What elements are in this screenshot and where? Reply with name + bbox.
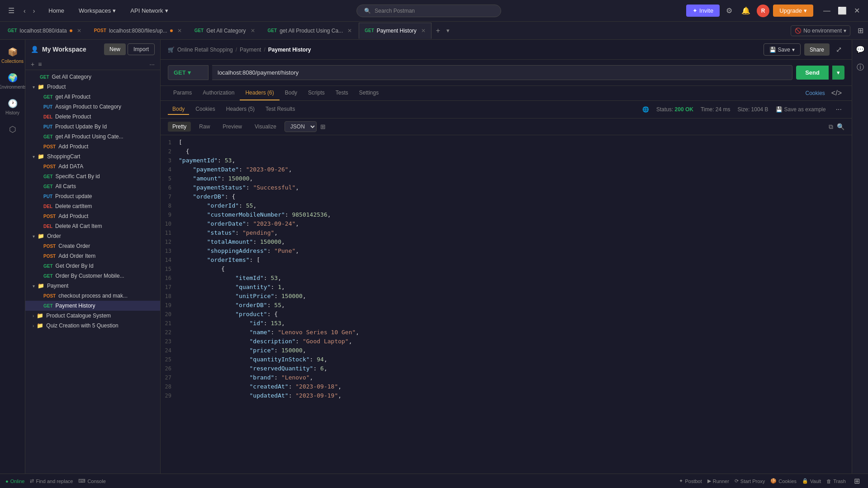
back-button[interactable]: ‹ bbox=[21, 5, 28, 16]
start-proxy-button[interactable]: ⟳ Start Proxy bbox=[735, 478, 765, 484]
folder-payment[interactable]: ▾ 📁 Payment bbox=[25, 281, 160, 291]
invite-button[interactable]: ✦ Invite bbox=[686, 5, 720, 17]
list-item[interactable]: DEL Delete cartItem bbox=[25, 201, 160, 211]
tab-close-icon[interactable]: ✕ bbox=[251, 28, 255, 34]
breadcrumb-link-collection[interactable]: Online Retail Shopping bbox=[177, 47, 233, 53]
method-select[interactable]: GET ▾ bbox=[168, 65, 209, 80]
breadcrumb-link-payment[interactable]: Payment bbox=[240, 47, 261, 53]
list-item[interactable]: POST Create Order bbox=[25, 241, 160, 251]
list-item[interactable]: PUT Product update bbox=[25, 191, 160, 201]
list-item[interactable]: PUT Product Update By Id bbox=[25, 122, 160, 132]
postbot-button[interactable]: ✦ Postbot bbox=[679, 478, 702, 484]
copy-icon[interactable]: ⧉ bbox=[829, 123, 833, 131]
search-input[interactable]: 🔍 Search Postman bbox=[356, 5, 501, 17]
right-panel-toggle[interactable]: 💬 bbox=[853, 43, 868, 56]
trash-button[interactable]: 🗑 Trash bbox=[826, 479, 846, 484]
minimize-button[interactable]: — bbox=[821, 5, 833, 16]
folder-product[interactable]: ▾ 📁 Product bbox=[25, 82, 160, 92]
list-item[interactable]: POST Add Product bbox=[25, 142, 160, 152]
sort-collections-button[interactable]: ≡ bbox=[38, 61, 42, 68]
add-collection-button[interactable]: + bbox=[31, 61, 34, 68]
list-item[interactable]: GET Get All Category bbox=[25, 72, 160, 82]
avatar[interactable]: R bbox=[757, 5, 769, 17]
folder-product-catalogue[interactable]: › 📁 Product Catalogue System bbox=[25, 311, 160, 321]
tab-localhost-files[interactable]: POST localhost:8080/files/up... ✕ bbox=[88, 23, 188, 39]
folder-quiz[interactable]: › 📁 Quiz Creation with 5 Question bbox=[25, 321, 160, 331]
resp-tab-headers[interactable]: Headers (5) bbox=[222, 104, 259, 115]
list-item[interactable]: DEL Delete All Cart Item bbox=[25, 221, 160, 231]
new-button[interactable]: New bbox=[104, 43, 126, 55]
sidebar-icon-environments[interactable]: 🌍 Environments bbox=[1, 69, 24, 93]
resp-tab-test-results[interactable]: Test Results bbox=[261, 104, 299, 115]
send-button[interactable]: Send bbox=[796, 66, 829, 80]
tab-close-icon[interactable]: ✕ bbox=[77, 28, 81, 34]
search-response-icon[interactable]: 🔍 bbox=[837, 123, 844, 131]
tab-localhost-data[interactable]: GET localhost:8080/data ✕ bbox=[2, 23, 87, 39]
tab-scripts[interactable]: Scripts bbox=[303, 86, 330, 100]
folder-order[interactable]: ▾ 📁 Order bbox=[25, 231, 160, 241]
list-item[interactable]: DEL Delete Product bbox=[25, 112, 160, 122]
expand-icon[interactable]: ⤢ bbox=[833, 43, 844, 56]
tab-settings[interactable]: Settings bbox=[354, 86, 384, 100]
home-menu-item[interactable]: Home bbox=[45, 5, 68, 16]
import-button[interactable]: Import bbox=[128, 43, 155, 55]
layout-icon[interactable]: ⊞ bbox=[855, 24, 866, 37]
url-input[interactable] bbox=[212, 65, 792, 80]
sidebar-icon-flows[interactable]: ⬡ bbox=[1, 121, 24, 138]
maximize-button[interactable]: ⬜ bbox=[835, 5, 849, 16]
list-item[interactable]: PUT Assign Product to Category bbox=[25, 102, 160, 112]
sidebar-icon-history[interactable]: 🕐 History bbox=[1, 95, 24, 119]
close-button[interactable]: ✕ bbox=[851, 5, 863, 16]
share-button[interactable]: Share bbox=[804, 43, 830, 56]
filter-icon[interactable]: ⊞ bbox=[320, 123, 326, 130]
notifications-icon[interactable]: 🔔 bbox=[739, 5, 753, 17]
tab-headers[interactable]: Headers (6) bbox=[240, 86, 279, 100]
tab-list-dropdown[interactable]: ▾ bbox=[445, 25, 451, 36]
send-dropdown-button[interactable]: ▾ bbox=[832, 66, 844, 80]
right-panel-info[interactable]: ⓘ bbox=[854, 61, 867, 74]
workspaces-menu-item[interactable]: Workspaces ▾ bbox=[75, 5, 119, 16]
tab-close-icon[interactable]: ✕ bbox=[347, 28, 352, 34]
layout-toggle-button[interactable]: ⊞ bbox=[851, 475, 863, 487]
sidebar-icon-collections[interactable]: 📦 Collections bbox=[1, 43, 24, 67]
tab-payment-history[interactable]: GET Payment History ✕ bbox=[359, 23, 432, 39]
cookies-button[interactable]: 🍪 Cookies bbox=[770, 478, 797, 484]
upgrade-button[interactable]: Upgrade ▾ bbox=[773, 5, 813, 17]
api-network-menu-item[interactable]: API Network ▾ bbox=[127, 5, 171, 16]
code-snippet-icon[interactable]: </> bbox=[829, 87, 844, 99]
no-environment-selector[interactable]: 🚫 No environment ▾ bbox=[791, 25, 850, 36]
format-tab-raw[interactable]: Raw bbox=[194, 122, 214, 132]
list-item[interactable]: POST Add Order Item bbox=[25, 251, 160, 261]
runner-button[interactable]: ▶ Runner bbox=[707, 478, 729, 484]
find-replace-button[interactable]: ⇄ Find and replace bbox=[30, 478, 73, 484]
list-item[interactable]: POST checkout process and mak... bbox=[25, 291, 160, 301]
list-item[interactable]: GET Get Order By Id bbox=[25, 261, 160, 271]
tab-close-icon[interactable]: ✕ bbox=[177, 28, 182, 34]
folder-shopping-cart[interactable]: ▾ 📁 ShoppingCart bbox=[25, 152, 160, 161]
save-as-example-button[interactable]: 💾 Save as example bbox=[776, 106, 826, 113]
forward-button[interactable]: › bbox=[30, 5, 38, 16]
resp-tab-cookies[interactable]: Cookies bbox=[191, 104, 219, 115]
add-tab-button[interactable]: + bbox=[432, 25, 444, 37]
console-button[interactable]: ⌨ Console bbox=[78, 478, 105, 484]
list-item[interactable]: GET Order By Customer Mobile... bbox=[25, 271, 160, 281]
more-options-icon[interactable]: ··· bbox=[833, 104, 844, 115]
list-item[interactable]: GET get All Product bbox=[25, 92, 160, 102]
vault-button[interactable]: 🔒 Vault bbox=[802, 478, 821, 484]
format-tab-preview[interactable]: Preview bbox=[218, 122, 247, 132]
tab-body[interactable]: Body bbox=[280, 86, 303, 100]
save-button[interactable]: 💾 Save ▾ bbox=[764, 43, 801, 56]
list-item-payment-history[interactable]: GET Payment History bbox=[25, 301, 160, 311]
tab-authorization[interactable]: Authorization bbox=[197, 86, 240, 100]
tab-params[interactable]: Params bbox=[168, 86, 197, 100]
format-tab-visualize[interactable]: Visualize bbox=[250, 122, 281, 132]
tab-get-all-category[interactable]: GET Get All Category ✕ bbox=[189, 23, 261, 39]
list-item[interactable]: GET All Carts bbox=[25, 181, 160, 191]
cookies-link[interactable]: Cookies bbox=[806, 90, 825, 96]
tab-close-icon[interactable]: ✕ bbox=[421, 28, 426, 34]
format-tab-pretty[interactable]: Pretty bbox=[168, 122, 191, 132]
hamburger-menu-button[interactable]: ☰ bbox=[5, 5, 17, 17]
resp-tab-body[interactable]: Body bbox=[168, 104, 189, 115]
list-item[interactable]: POST Add DATA bbox=[25, 161, 160, 171]
tab-tests[interactable]: Tests bbox=[330, 86, 354, 100]
